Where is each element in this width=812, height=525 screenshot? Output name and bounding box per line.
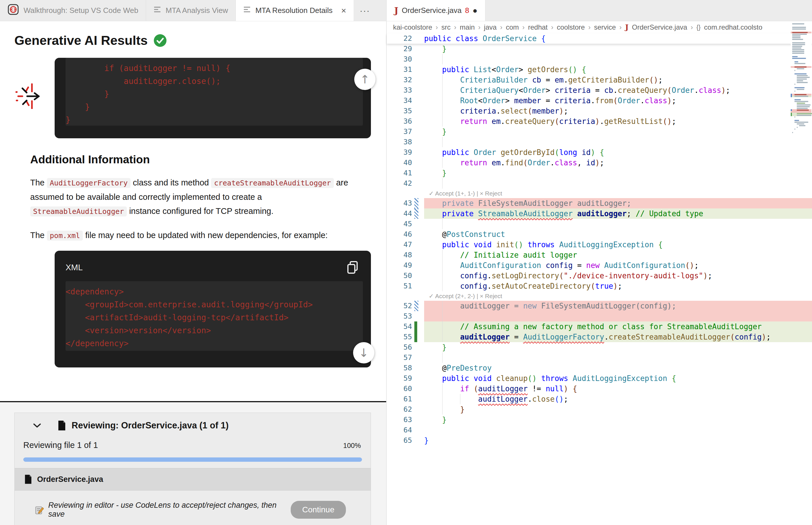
code-line-content[interactable]: if (auditLogger != null) { bbox=[424, 384, 812, 394]
gutter-spacer bbox=[414, 137, 418, 147]
breadcrumb-item[interactable]: kai-coolstore bbox=[393, 23, 432, 31]
code-token: em bbox=[492, 117, 501, 126]
copy-icon[interactable] bbox=[347, 261, 358, 274]
code-token: ; bbox=[708, 271, 712, 280]
code-line-content[interactable] bbox=[424, 352, 812, 363]
code-line-content[interactable]: private FileSystemAuditLogger auditLogge… bbox=[424, 198, 812, 208]
progress-label: Reviewing file 1 of 1 bbox=[23, 440, 343, 450]
code-token: ; bbox=[618, 282, 622, 290]
code-line-content[interactable] bbox=[424, 311, 812, 321]
code-line-content[interactable] bbox=[424, 219, 812, 229]
code-line-content[interactable]: } bbox=[424, 435, 812, 446]
code-line-content[interactable]: auditLogger = AuditLoggerFactory.createS… bbox=[424, 332, 812, 342]
code-line-content[interactable] bbox=[424, 137, 812, 147]
tab-walkthrough-setup-vs-code-web[interactable]: Walkthrough: Setup VS Code Web bbox=[0, 0, 146, 21]
code-line-content[interactable]: } bbox=[424, 404, 812, 415]
code-line-content[interactable]: public List<Order> getOrders() { bbox=[424, 64, 812, 75]
codelens-accept-reject-link[interactable]: ✓ Accept (2+, 2-) | × Reject bbox=[429, 291, 502, 301]
code-token: ; bbox=[694, 261, 699, 270]
close-icon[interactable]: × bbox=[341, 6, 346, 16]
code-token: createQuery bbox=[618, 86, 667, 94]
code-line-content[interactable]: @PreDestroy bbox=[424, 363, 812, 373]
dirty-indicator[interactable]: ● bbox=[473, 6, 478, 15]
code-token: auditLogger bbox=[478, 395, 528, 403]
codelens-accept-reject-link[interactable]: ✓ Accept (1+, 1-) | × Reject bbox=[429, 189, 502, 198]
code-token: { bbox=[541, 34, 546, 43]
review-card-header[interactable]: Reviewing: OrderService.java (1 of 1) bbox=[15, 413, 371, 438]
code-line-content[interactable]: } bbox=[424, 342, 812, 352]
code-token: ( bbox=[555, 117, 559, 126]
code-line-content[interactable]: } bbox=[424, 168, 812, 178]
code-line-content[interactable]: // Initialize audit logger bbox=[424, 250, 812, 260]
minimap-code-bar bbox=[795, 122, 808, 123]
breadcrumb-item[interactable]: redhat bbox=[528, 23, 547, 31]
code-token: select bbox=[501, 107, 528, 115]
inline-code-chip: pom.xml bbox=[47, 230, 83, 241]
breadcrumb-item[interactable]: service bbox=[594, 23, 616, 31]
line-number: 32 bbox=[387, 75, 412, 85]
minimap-code-bar bbox=[795, 73, 807, 74]
code-token: throws bbox=[528, 240, 555, 249]
code-line-content[interactable]: public void cleanup() throws AuditLoggin… bbox=[424, 373, 812, 384]
code-line-content[interactable]: criteria.select(member); bbox=[424, 106, 812, 116]
minimap-code-bar bbox=[795, 117, 795, 118]
scroll-down-button[interactable]: ↓ bbox=[353, 342, 374, 363]
breadcrumb-item-file[interactable]: OrderService.java bbox=[632, 23, 687, 31]
code-line-content[interactable] bbox=[424, 425, 812, 435]
code-token: Order bbox=[672, 86, 694, 94]
minimap-code-bar bbox=[792, 35, 800, 36]
more-tabs-button[interactable]: ··· bbox=[354, 0, 376, 21]
code-line-content[interactable]: Root<Order> member = criteria.from(Order… bbox=[424, 95, 812, 106]
breadcrumb-item[interactable]: com bbox=[506, 23, 519, 31]
code-line-content[interactable]: @PostConstruct bbox=[424, 229, 812, 240]
chevron-down-icon[interactable] bbox=[33, 423, 41, 428]
indent-guide bbox=[442, 281, 442, 291]
code-line-content[interactable]: } bbox=[424, 126, 812, 137]
code-token bbox=[537, 34, 541, 43]
code-line-content[interactable]: auditLogger = new FileSystemAuditLogger(… bbox=[424, 301, 812, 311]
breadcrumb-item-symbol[interactable]: com.redhat.coolsto bbox=[704, 23, 763, 31]
tab-mta-resolution-details[interactable]: MTA Resolution Details× bbox=[236, 0, 354, 21]
code-line-content[interactable]: CriteriaBuilder cb = em.getCriteriaBuild… bbox=[424, 75, 812, 85]
code-line-content[interactable]: } bbox=[424, 415, 812, 425]
code-token: from bbox=[595, 96, 613, 105]
breadcrumb-separator: › bbox=[551, 23, 554, 31]
breadcrumb-item[interactable]: java bbox=[484, 23, 497, 31]
breadcrumb-separator: › bbox=[478, 23, 480, 31]
tab-orderservice-java[interactable]: J OrderService.java 8 ● bbox=[387, 0, 485, 21]
code-line-content[interactable]: AuditConfiguration config = new AuditCon… bbox=[424, 260, 812, 271]
gutter-spacer bbox=[414, 384, 418, 394]
code-line-content[interactable]: auditLogger.close(); bbox=[424, 394, 812, 404]
continue-button[interactable]: Continue bbox=[291, 501, 346, 519]
gutter-spacer bbox=[414, 158, 418, 168]
breadcrumb-separator: › bbox=[454, 23, 456, 31]
minimap[interactable] bbox=[791, 23, 811, 133]
code-line-content[interactable] bbox=[424, 54, 812, 64]
code-line-content[interactable]: CriteriaQuery<Order> criteria = cb.creat… bbox=[424, 85, 812, 95]
code-line-content[interactable]: // Assuming a new factory method or clas… bbox=[424, 321, 812, 332]
code-token: () bbox=[568, 65, 577, 74]
code-line-content[interactable]: return em.find(Order.class, id); bbox=[424, 158, 812, 168]
breadcrumb-item[interactable]: main bbox=[460, 23, 475, 31]
code-line-content[interactable]: public class OrderService { bbox=[424, 33, 812, 44]
line-number: 47 bbox=[387, 240, 412, 250]
breadcrumb-item[interactable]: coolstore bbox=[557, 23, 585, 31]
minimap-code-bar bbox=[792, 39, 803, 40]
code-line-content[interactable]: public Order getOrderById(long id) { bbox=[424, 147, 812, 158]
code-token: cb bbox=[532, 76, 541, 84]
scroll-up-button[interactable]: ↑ bbox=[354, 69, 376, 90]
code-line-content[interactable]: config.setAutoCreateDirectory(true); bbox=[424, 281, 812, 291]
breadcrumb-item[interactable]: src bbox=[441, 23, 451, 31]
code-line-content[interactable] bbox=[424, 178, 812, 189]
code-line-content[interactable]: return em.createQuery(criteria).getResul… bbox=[424, 116, 812, 126]
code-token: class bbox=[645, 96, 667, 105]
code-line-content[interactable]: config.setLogDirectory("./device-invento… bbox=[424, 271, 812, 281]
code-line-content[interactable]: } bbox=[424, 44, 812, 54]
gutter-spacer bbox=[414, 147, 418, 158]
code-token: class bbox=[456, 34, 478, 43]
file-list-item[interactable]: OrderService.java bbox=[15, 468, 371, 491]
tab-mta-analysis-view[interactable]: MTA Analysis View bbox=[146, 0, 236, 21]
code-token: . bbox=[496, 107, 501, 115]
code-line-content[interactable]: public void init() throws AuditLoggingEx… bbox=[424, 240, 812, 250]
code-line-content[interactable]: private StreamableAuditLogger auditLogge… bbox=[424, 208, 812, 219]
